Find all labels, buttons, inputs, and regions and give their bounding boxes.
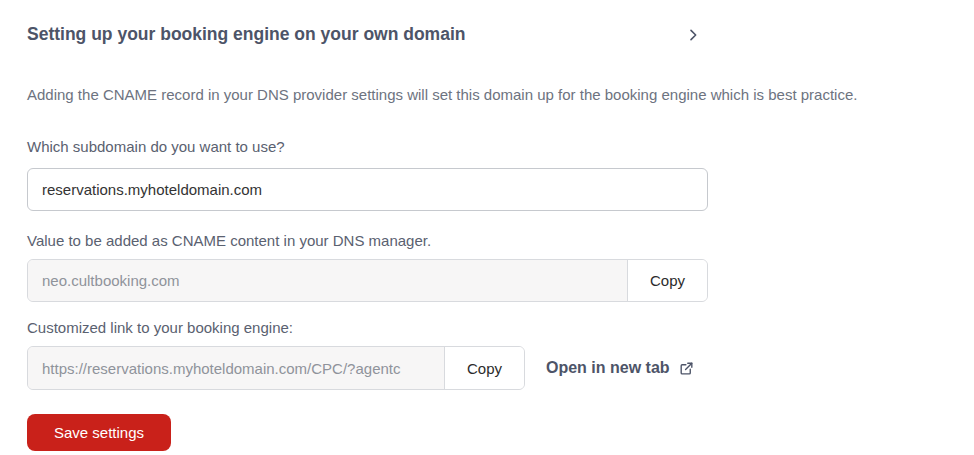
cname-label: Value to be added as CNAME content in yo… [27, 232, 974, 249]
open-in-new-tab-link[interactable]: Open in new tab [546, 359, 694, 377]
booking-engine-settings-panel: Setting up your booking engine on your o… [0, 0, 974, 451]
custom-link-input-group: Copy [27, 346, 525, 390]
subdomain-input[interactable] [27, 168, 708, 211]
open-in-new-tab-label: Open in new tab [546, 359, 670, 377]
cname-value-input[interactable] [28, 260, 627, 301]
copy-link-button[interactable]: Copy [444, 347, 524, 389]
copy-cname-button[interactable]: Copy [627, 260, 707, 301]
section-header: Setting up your booking engine on your o… [27, 24, 703, 46]
section-description: Adding the CNAME record in your DNS prov… [27, 85, 974, 105]
external-link-icon [679, 361, 694, 376]
subdomain-label: Which subdomain do you want to use? [27, 138, 974, 155]
custom-link-row: Copy Open in new tab [27, 336, 974, 390]
page-title: Setting up your booking engine on your o… [27, 24, 465, 46]
chevron-right-icon[interactable] [683, 25, 703, 45]
save-settings-button[interactable]: Save settings [27, 414, 171, 451]
custom-link-label: Customized link to your booking engine: [27, 319, 974, 336]
custom-link-input[interactable] [28, 347, 444, 389]
cname-input-group: Copy [27, 259, 708, 302]
